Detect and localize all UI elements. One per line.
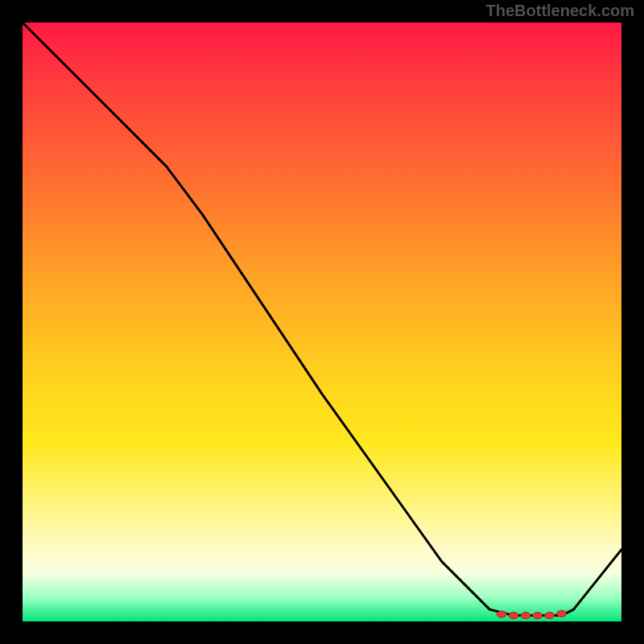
chart-marker (533, 613, 543, 619)
chart-marker (497, 611, 506, 617)
chart-plot-area (23, 23, 621, 621)
chart-marker (521, 613, 530, 619)
chart-marker (557, 610, 567, 617)
chart-line (23, 23, 621, 616)
chart-marker (509, 613, 518, 619)
chart-marker (545, 613, 555, 619)
watermark-text: TheBottleneck.com (486, 2, 634, 20)
chart-svg (23, 23, 621, 621)
